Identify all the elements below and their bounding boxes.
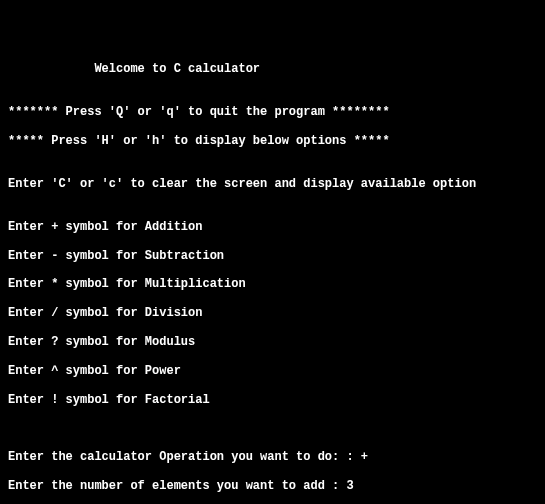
op-division: Enter / symbol for Division — [8, 306, 537, 320]
op-modulus: Enter ? symbol for Modulus — [8, 335, 537, 349]
add-operation-prompt: Enter the calculator Operation you want … — [8, 450, 537, 464]
clear-instruction: Enter 'C' or 'c' to clear the screen and… — [8, 177, 537, 191]
op-multiplication: Enter * symbol for Multiplication — [8, 277, 537, 291]
welcome-title: Welcome to C calculator — [8, 62, 537, 76]
quit-instruction: ******* Press 'Q' or 'q' to quit the pro… — [8, 105, 537, 119]
op-factorial: Enter ! symbol for Factorial — [8, 393, 537, 407]
op-addition: Enter + symbol for Addition — [8, 220, 537, 234]
help-instruction: ***** Press 'H' or 'h' to display below … — [8, 134, 537, 148]
op-subtraction: Enter - symbol for Subtraction — [8, 249, 537, 263]
add-count-prompt: Enter the number of elements you want to… — [8, 479, 537, 493]
op-power: Enter ^ symbol for Power — [8, 364, 537, 378]
